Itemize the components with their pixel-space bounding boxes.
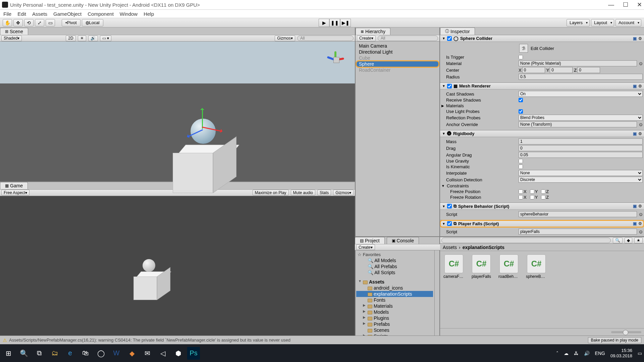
fold-icon[interactable]: ▼: [442, 132, 445, 135]
step-button[interactable]: ▶❚: [340, 19, 351, 27]
receive-shadows-checkbox[interactable]: [519, 98, 523, 102]
project-asset[interactable]: C#sphereBeh...: [526, 254, 547, 279]
script-field[interactable]: [519, 211, 637, 217]
tray-notifications-icon[interactable]: ▭: [638, 351, 642, 356]
gear-icon[interactable]: ⚙: [638, 204, 642, 208]
freeze-rot-y[interactable]: [530, 195, 534, 199]
project-folder[interactable]: android_icons: [356, 285, 433, 291]
menu-file[interactable]: File: [3, 11, 11, 17]
orientation-gizmo[interactable]: [325, 48, 348, 72]
component-rigidbody[interactable]: ▼ 🅐 Rigidbody ▣⚙: [440, 130, 644, 137]
freeze-rot-z[interactable]: [541, 195, 545, 199]
search-save-icon[interactable]: ★: [634, 238, 643, 243]
hierarchy-item[interactable]: RoadContainer: [356, 67, 439, 73]
tray-chevron-icon[interactable]: ˄: [556, 351, 558, 356]
fold-icon[interactable]: ▼: [441, 184, 445, 188]
menu-gameobject[interactable]: GameObject: [53, 11, 82, 17]
fold-icon[interactable]: ▶: [441, 104, 444, 108]
lighting-toggle[interactable]: ☀: [78, 36, 86, 41]
component-player-falls[interactable]: ▼ ⧉ Player Falls (Script) ▣⚙: [440, 220, 644, 227]
center-z[interactable]: [577, 67, 600, 73]
project-asset[interactable]: C#cameraFol...: [443, 254, 464, 279]
component-sphere-collider[interactable]: ▼ ◯ Sphere Collider ▣⚙: [440, 35, 644, 42]
photoshop-icon[interactable]: Ps: [187, 347, 200, 360]
angular-drag-field[interactable]: [519, 152, 643, 158]
project-filter[interactable]: 🔍 All Prefabs: [356, 263, 433, 269]
gear-icon[interactable]: ⚙: [638, 221, 642, 226]
tray-volume-icon[interactable]: 🔊: [584, 351, 590, 356]
gear-icon[interactable]: ⚙: [638, 131, 642, 136]
object-picker-icon[interactable]: ⊙: [639, 212, 643, 217]
tab-hierarchy[interactable]: ≣Hierarchy: [356, 28, 390, 35]
2d-toggle[interactable]: 2D: [66, 36, 75, 41]
project-create[interactable]: Create ▾: [356, 244, 375, 250]
is-trigger-checkbox[interactable]: [519, 55, 523, 59]
tray-lang[interactable]: ENG: [595, 351, 605, 356]
component-enable-checkbox[interactable]: [447, 36, 452, 41]
project-breadcrumb[interactable]: Assets › explanationScripts: [440, 244, 644, 251]
project-folder[interactable]: Fonts: [356, 297, 433, 303]
project-asset[interactable]: C#roadBehav...: [498, 254, 519, 279]
pause-button[interactable]: ❚❚: [329, 19, 340, 27]
hierarchy-item[interactable]: Directional Light: [356, 49, 439, 55]
center-y[interactable]: [550, 67, 573, 73]
gear-icon[interactable]: ⚙: [638, 36, 642, 41]
tab-scene[interactable]: ⊞Scene: [0, 28, 28, 35]
menu-help[interactable]: Help: [144, 11, 154, 17]
menu-assets[interactable]: Assets: [32, 11, 47, 17]
component-mesh-renderer[interactable]: ▼ ▦ Mesh Renderer ▣⚙: [440, 83, 644, 89]
fold-icon[interactable]: ▼: [442, 222, 445, 226]
aspect-dropdown[interactable]: Free Aspect ▾: [1, 190, 30, 195]
project-folder-selected[interactable]: explanationScripts: [356, 291, 433, 297]
minimize-icon[interactable]: —: [608, 1, 614, 8]
interpolate-dropdown[interactable]: None: [519, 170, 643, 176]
help-icon[interactable]: ▣: [633, 204, 637, 208]
edge-icon[interactable]: e: [64, 347, 76, 360]
edit-collider-button[interactable]: ℬ: [519, 44, 528, 53]
file-explorer-icon[interactable]: 🗂: [48, 347, 61, 360]
project-folder-assets[interactable]: ▼Assets: [356, 279, 433, 285]
tab-game[interactable]: ▦Game: [0, 182, 28, 189]
center-x[interactable]: [522, 67, 545, 73]
object-picker-icon[interactable]: ⊙: [639, 122, 643, 127]
menu-component[interactable]: Component: [88, 11, 114, 17]
local-toggle[interactable]: ◍ Local: [82, 19, 103, 26]
project-filter[interactable]: 🔍 All Models: [356, 257, 433, 263]
rect-tool[interactable]: ▭: [46, 19, 55, 26]
account-dropdown[interactable]: Account: [615, 19, 641, 26]
fold-icon[interactable]: ▼: [442, 84, 445, 88]
hierarchy-search[interactable]: [378, 36, 438, 41]
hierarchy-create[interactable]: Create ▾: [357, 36, 376, 41]
reflection-probes-dropdown[interactable]: Blend Probes: [519, 115, 643, 121]
search-filter-icon[interactable]: 🔍: [613, 238, 623, 243]
gizmos-dropdown[interactable]: Gizmos ▾: [275, 36, 295, 41]
drag-field[interactable]: [519, 145, 643, 151]
fold-icon[interactable]: ▼: [442, 204, 445, 208]
rotate-tool[interactable]: ⟲: [24, 19, 34, 26]
anchor-override-field[interactable]: [519, 121, 637, 127]
help-icon[interactable]: ▣: [633, 131, 637, 136]
favorites-header[interactable]: ☆ Favorites: [356, 252, 433, 257]
mail-icon[interactable]: ✉: [141, 347, 154, 360]
project-folder[interactable]: ▶Scripts: [356, 333, 433, 336]
project-filter[interactable]: 🔍 All Scripts: [356, 269, 433, 276]
component-enable-checkbox[interactable]: [447, 84, 452, 88]
search-type-icon[interactable]: ◆: [625, 238, 632, 243]
mass-field[interactable]: [519, 138, 643, 144]
pivot-toggle[interactable]: ▪ Pivot: [62, 19, 80, 26]
object-picker-icon[interactable]: ⊙: [639, 61, 643, 66]
fold-icon[interactable]: ▼: [442, 37, 445, 40]
layers-dropdown[interactable]: Layers: [567, 19, 590, 26]
help-icon[interactable]: ▣: [633, 36, 637, 41]
app-icon[interactable]: ⬢: [172, 347, 184, 360]
scene-search[interactable]: [297, 36, 354, 41]
tray-clock[interactable]: 15:3609.03.2018: [610, 348, 632, 358]
store-icon[interactable]: 🛍: [79, 347, 92, 360]
menu-window[interactable]: Window: [120, 11, 138, 17]
collision-detection-dropdown[interactable]: Discrete: [519, 177, 643, 183]
mute-audio[interactable]: Mute audio: [291, 190, 315, 195]
project-folder[interactable]: ▶Materials: [356, 303, 433, 309]
task-view-icon[interactable]: ⧉: [33, 347, 46, 360]
component-enable-checkbox[interactable]: [447, 221, 452, 226]
grid-size-slider[interactable]: [611, 331, 641, 333]
